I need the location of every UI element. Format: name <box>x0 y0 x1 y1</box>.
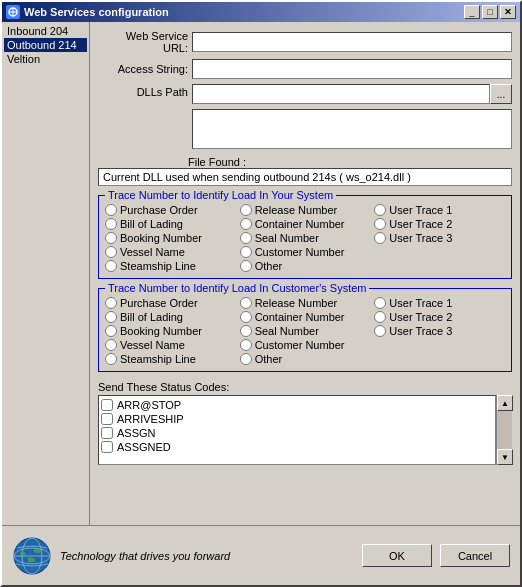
radio-purchase-order-1-input[interactable] <box>105 204 117 216</box>
radio-seal-number-2: Seal Number <box>240 325 371 337</box>
minimize-button[interactable]: _ <box>464 5 480 19</box>
dlls-textarea-container <box>192 109 512 151</box>
radio-steamship-line-2-input[interactable] <box>105 353 117 365</box>
radio-release-number-1-input[interactable] <box>240 204 252 216</box>
radio-other-2: Other <box>240 353 371 365</box>
main-window: Web Services configuration _ □ ✕ Inbound… <box>0 0 522 587</box>
radio-release-number-2-input[interactable] <box>240 297 252 309</box>
trace-your-system-group: Trace Number to Identify Load In Your Sy… <box>98 195 512 279</box>
close-button[interactable]: ✕ <box>500 5 516 19</box>
status-list-wrapper: ARR@STOP ARRIVESHIP ASSGN ASSGNED <box>98 395 512 465</box>
radio-vessel-name-2: Vessel Name <box>105 339 236 351</box>
window-title: Web Services configuration <box>24 6 169 18</box>
radio-container-number-2-input[interactable] <box>240 311 252 323</box>
radio-customer-number-1-input[interactable] <box>240 246 252 258</box>
radio-user-trace1-1-input[interactable] <box>374 204 386 216</box>
app-icon <box>6 5 20 19</box>
file-found-label: File Found : <box>188 156 512 168</box>
checkbox-arrstop[interactable] <box>101 399 113 411</box>
web-service-url-input[interactable] <box>192 32 512 52</box>
status-item-assgn: ASSGN <box>101 426 493 440</box>
scroll-down-button[interactable]: ▼ <box>497 449 513 465</box>
radio-bill-lading-2-input[interactable] <box>105 311 117 323</box>
radio-purchase-order-1: Purchase Order <box>105 204 236 216</box>
radio-empty-1b <box>374 260 505 272</box>
radio-steamship-line-1-input[interactable] <box>105 260 117 272</box>
radio-booking-number-1: Booking Number <box>105 232 236 244</box>
title-bar-left: Web Services configuration <box>6 5 169 19</box>
radio-user-trace3-1-input[interactable] <box>374 232 386 244</box>
radio-vessel-name-1: Vessel Name <box>105 246 236 258</box>
maximize-button[interactable]: □ <box>482 5 498 19</box>
radio-customer-number-2: Customer Number <box>240 339 371 351</box>
main-content: Inbound 204 Outbound 214 Veltion Web Ser… <box>2 22 520 525</box>
radio-empty-1 <box>374 246 505 258</box>
checkbox-assgn[interactable] <box>101 427 113 439</box>
trace-customer-system-title: Trace Number to Identify Load In Custome… <box>105 282 369 294</box>
dlls-path-field-container: ... <box>192 84 512 104</box>
radio-seal-number-2-input[interactable] <box>240 325 252 337</box>
footer: Technology that drives you forward OK Ca… <box>2 525 520 585</box>
checkbox-assgned[interactable] <box>101 441 113 453</box>
radio-seal-number-1: Seal Number <box>240 232 371 244</box>
radio-bill-lading-2: Bill of Lading <box>105 311 236 323</box>
web-service-url-label: Web Service URL: <box>98 30 188 54</box>
radio-empty-2b <box>374 353 505 365</box>
trace-customer-system-options: Purchase Order Release Number User Trace… <box>105 297 505 365</box>
radio-customer-number-2-input[interactable] <box>240 339 252 351</box>
radio-vessel-name-2-input[interactable] <box>105 339 117 351</box>
dlls-path-row: DLLs Path ... <box>98 84 512 104</box>
status-codes-label: Send These Status Codes: <box>98 381 512 393</box>
trace-your-system-title: Trace Number to Identify Load In Your Sy… <box>105 189 336 201</box>
status-assgned-label: ASSGNED <box>117 441 171 453</box>
radio-container-number-1-input[interactable] <box>240 218 252 230</box>
access-string-label: Access String: <box>98 63 188 75</box>
radio-other-1: Other <box>240 260 371 272</box>
file-found-section: File Found : Current DLL used when sendi… <box>98 156 512 186</box>
status-codes-section: Send These Status Codes: ARR@STOP ARRIVE… <box>98 381 512 465</box>
footer-left: Technology that drives you forward <box>12 536 230 576</box>
sidebar-item-veltion[interactable]: Veltion <box>4 52 87 66</box>
radio-other-1-input[interactable] <box>240 260 252 272</box>
radio-bill-lading-1-input[interactable] <box>105 218 117 230</box>
dlls-path-label: DLLs Path <box>98 84 188 98</box>
radio-customer-number-1: Customer Number <box>240 246 371 258</box>
status-scrollbar: ▲ ▼ <box>496 395 512 465</box>
web-service-url-row: Web Service URL: <box>98 30 512 54</box>
cancel-button[interactable]: Cancel <box>440 544 510 567</box>
browse-button[interactable]: ... <box>490 84 512 104</box>
access-string-input[interactable] <box>192 59 512 79</box>
radio-user-trace1-2-input[interactable] <box>374 297 386 309</box>
radio-empty-2 <box>374 339 505 351</box>
footer-tagline: Technology that drives you forward <box>60 550 230 562</box>
sidebar: Inbound 204 Outbound 214 Veltion <box>2 22 90 525</box>
radio-purchase-order-2-input[interactable] <box>105 297 117 309</box>
ok-button[interactable]: OK <box>362 544 432 567</box>
radio-booking-number-2-input[interactable] <box>105 325 117 337</box>
radio-seal-number-1-input[interactable] <box>240 232 252 244</box>
radio-other-2-input[interactable] <box>240 353 252 365</box>
radio-user-trace3-2-input[interactable] <box>374 325 386 337</box>
status-arrstop-label: ARR@STOP <box>117 399 181 411</box>
radio-user-trace3-1: User Trace 3 <box>374 232 505 244</box>
sidebar-item-outbound214[interactable]: Outbound 214 <box>4 38 87 52</box>
dlls-textarea[interactable] <box>192 109 512 149</box>
radio-booking-number-1-input[interactable] <box>105 232 117 244</box>
dlls-path-input[interactable] <box>192 84 490 104</box>
trace-customer-system-group: Trace Number to Identify Load In Custome… <box>98 288 512 372</box>
radio-user-trace2-1-input[interactable] <box>374 218 386 230</box>
status-item-arrstop: ARR@STOP <box>101 398 493 412</box>
sidebar-item-inbound204[interactable]: Inbound 204 <box>4 24 87 38</box>
scroll-track <box>497 411 512 449</box>
status-item-assgned: ASSGNED <box>101 440 493 454</box>
status-codes-list[interactable]: ARR@STOP ARRIVESHIP ASSGN ASSGNED <box>98 395 496 465</box>
checkbox-arriveship[interactable] <box>101 413 113 425</box>
radio-steamship-line-1: Steamship Line <box>105 260 236 272</box>
access-string-row: Access String: <box>98 59 512 79</box>
radio-vessel-name-1-input[interactable] <box>105 246 117 258</box>
title-bar: Web Services configuration _ □ ✕ <box>2 2 520 22</box>
status-assgn-label: ASSGN <box>117 427 156 439</box>
scroll-up-button[interactable]: ▲ <box>497 395 513 411</box>
radio-user-trace2-2-input[interactable] <box>374 311 386 323</box>
status-item-arriveship: ARRIVESHIP <box>101 412 493 426</box>
